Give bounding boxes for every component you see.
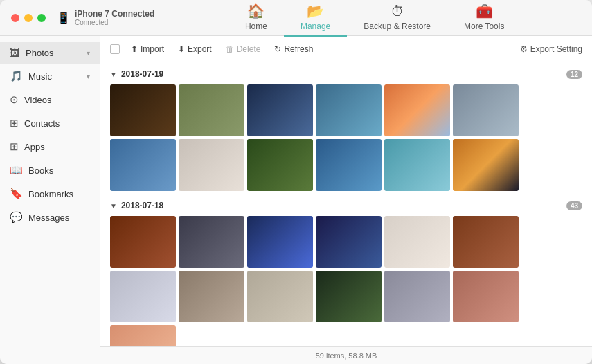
- sidebar-contacts-label: Contacts: [24, 118, 90, 129]
- sidebar-photos-label: Photos: [26, 48, 81, 58]
- list-item[interactable]: [179, 216, 244, 268]
- list-item[interactable]: [247, 139, 313, 191]
- sidebar-item-videos[interactable]: ⊙ Videos: [0, 88, 100, 111]
- nav-tabs: 🏠 Home 📂 Manage ⏱ Backup & Restore 🧰 Mor…: [168, 0, 581, 37]
- list-item[interactable]: [110, 84, 176, 136]
- list-item[interactable]: [453, 139, 519, 191]
- date-section-1: ▼ 2018-07-19 12: [110, 69, 582, 191]
- sidebar-apps-label: Apps: [24, 142, 90, 152]
- tab-home[interactable]: 🏠 Home: [228, 0, 284, 37]
- section2-count: 43: [566, 201, 582, 210]
- tab-backup-label: Backup & Restore: [364, 21, 431, 31]
- export-setting-button[interactable]: ⚙ Export Setting: [520, 44, 582, 54]
- list-item[interactable]: [247, 271, 313, 322]
- list-item[interactable]: [179, 271, 244, 322]
- sidebar-videos-label: Videos: [24, 95, 90, 105]
- content-area: ⬆ Import ⬇ Export 🗑 Delete ↻ Refresh ⚙: [100, 36, 592, 364]
- photos-icon: 🖼: [10, 47, 20, 59]
- list-item[interactable]: [247, 216, 313, 268]
- status-text: 59 items, 58.8 MB: [316, 352, 377, 360]
- section1-collapse-icon[interactable]: ▼: [110, 71, 117, 78]
- delete-label: Delete: [237, 44, 261, 54]
- export-setting-label: Export Setting: [530, 44, 582, 54]
- list-item[interactable]: [316, 271, 382, 322]
- list-item[interactable]: [384, 139, 450, 191]
- device-icon: 📱: [57, 11, 71, 24]
- sidebar: 🖼 Photos ▾ 🎵 Music ▾ ⊙ Videos ⊞ Contacts…: [0, 36, 100, 364]
- music-icon: 🎵: [10, 70, 23, 82]
- photo-grid-2: [110, 216, 582, 346]
- refresh-label: Refresh: [284, 44, 313, 54]
- sidebar-music-label: Music: [28, 71, 81, 82]
- messages-icon: 💬: [10, 211, 23, 224]
- list-item[interactable]: [247, 84, 313, 136]
- tools-icon: 🧰: [476, 3, 493, 19]
- music-arrow-icon: ▾: [87, 73, 90, 80]
- export-button[interactable]: ⬇ Export: [172, 42, 217, 57]
- sidebar-item-apps[interactable]: ⊞ Apps: [0, 135, 100, 158]
- list-item[interactable]: [110, 271, 176, 322]
- sidebar-item-messages[interactable]: 💬 Messages: [0, 206, 100, 229]
- refresh-button[interactable]: ↻ Refresh: [269, 42, 319, 57]
- tab-backup[interactable]: ⏱ Backup & Restore: [347, 0, 447, 37]
- list-item[interactable]: [453, 216, 519, 268]
- tab-manage[interactable]: 📂 Manage: [284, 0, 347, 37]
- export-icon: ⬇: [178, 44, 185, 54]
- import-button[interactable]: ⬆ Import: [125, 42, 170, 57]
- tab-tools[interactable]: 🧰 More Tools: [447, 0, 521, 37]
- minimize-button[interactable]: [24, 14, 33, 22]
- sidebar-item-photos[interactable]: 🖼 Photos ▾: [0, 42, 100, 64]
- sidebar-item-contacts[interactable]: ⊞ Contacts: [0, 111, 100, 135]
- delete-button[interactable]: 🗑 Delete: [220, 42, 267, 57]
- refresh-icon: ↻: [274, 44, 281, 54]
- list-item[interactable]: [384, 271, 450, 322]
- list-item[interactable]: [179, 139, 244, 191]
- photo-area: ▼ 2018-07-19 12: [100, 62, 592, 346]
- list-item[interactable]: [179, 84, 244, 136]
- toolbar: ⬆ Import ⬇ Export 🗑 Delete ↻ Refresh ⚙: [100, 36, 592, 62]
- tab-manage-label: Manage: [301, 21, 330, 31]
- import-label: Import: [141, 44, 164, 54]
- sidebar-books-label: Books: [28, 165, 90, 176]
- apps-icon: ⊞: [10, 140, 19, 153]
- books-icon: 📖: [10, 164, 23, 176]
- titlebar: 📱 iPhone 7 Connected Connected 🏠 Home 📂 …: [0, 0, 592, 36]
- photo-grid-1: [110, 84, 582, 191]
- tab-home-label: Home: [245, 21, 267, 31]
- date-header-2: ▼ 2018-07-18 43: [110, 201, 582, 210]
- date-label-2: 2018-07-18: [121, 201, 163, 210]
- section2-collapse-icon[interactable]: ▼: [110, 202, 117, 210]
- tab-tools-label: More Tools: [464, 21, 504, 31]
- videos-icon: ⊙: [10, 93, 19, 106]
- photos-arrow-icon: ▾: [87, 49, 90, 57]
- list-item[interactable]: [453, 84, 519, 136]
- list-item[interactable]: [316, 216, 382, 268]
- list-item[interactable]: [110, 139, 176, 191]
- sidebar-messages-label: Messages: [28, 212, 90, 223]
- contacts-icon: ⊞: [10, 117, 19, 129]
- statusbar: 59 items, 58.8 MB: [100, 346, 592, 364]
- window-controls: [11, 14, 46, 22]
- list-item[interactable]: [384, 84, 450, 136]
- date-label-1: 2018-07-19: [121, 69, 163, 79]
- close-button[interactable]: [11, 14, 19, 22]
- list-item[interactable]: [453, 271, 519, 322]
- device-info: 📱 iPhone 7 Connected Connected: [57, 9, 154, 26]
- gear-icon: ⚙: [520, 44, 528, 54]
- device-status: Connected: [75, 19, 154, 26]
- list-item[interactable]: [384, 216, 450, 268]
- select-all-checkbox[interactable]: [110, 44, 120, 54]
- sidebar-bookmarks-label: Bookmarks: [28, 189, 90, 199]
- list-item[interactable]: [316, 139, 382, 191]
- delete-icon: 🗑: [226, 44, 234, 54]
- date-header-1: ▼ 2018-07-19 12: [110, 69, 582, 79]
- sidebar-item-bookmarks[interactable]: 🔖 Bookmarks: [0, 182, 100, 206]
- maximize-button[interactable]: [37, 14, 46, 22]
- list-item[interactable]: [110, 216, 176, 268]
- main-area: 🖼 Photos ▾ 🎵 Music ▾ ⊙ Videos ⊞ Contacts…: [0, 36, 592, 364]
- list-item[interactable]: [316, 84, 382, 136]
- list-item[interactable]: [110, 325, 176, 346]
- backup-icon: ⏱: [391, 3, 404, 19]
- sidebar-item-books[interactable]: 📖 Books: [0, 158, 100, 182]
- sidebar-item-music[interactable]: 🎵 Music ▾: [0, 64, 100, 88]
